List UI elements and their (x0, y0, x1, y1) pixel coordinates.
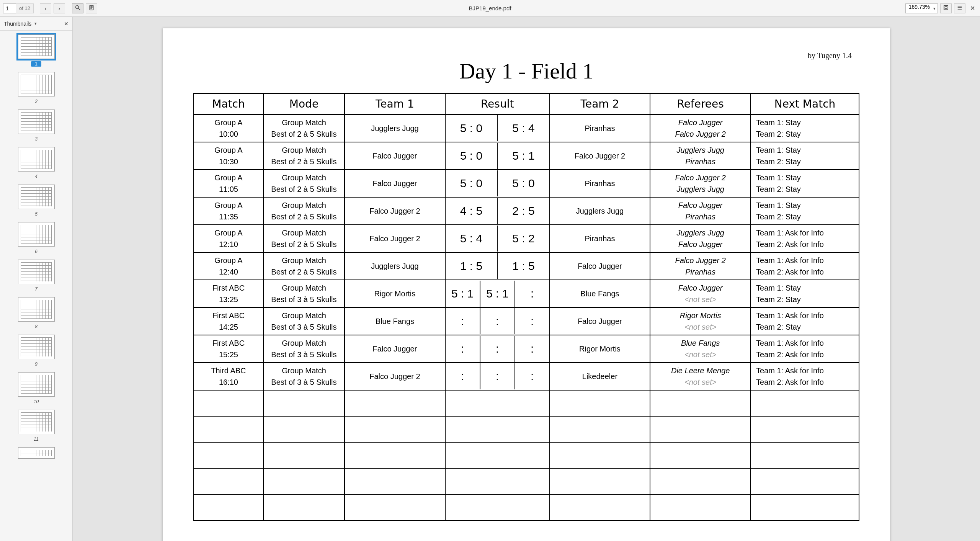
zoom-select[interactable]: 169.73% ▾ (905, 3, 938, 13)
close-button[interactable]: ✕ (968, 5, 977, 12)
referees-cell: Falco JuggerFalco Jugger 2 (651, 115, 750, 141)
referees-cell: Die Leere Menge<not set> (651, 363, 750, 389)
team2-cell: Jugglers Jugg (550, 198, 650, 224)
team1-cell: Blue Fangs (345, 308, 444, 334)
sidebar-label[interactable]: Thumbnails (4, 21, 31, 27)
table-row: Group A12:10Group MatchBest of 2 à 5 Sku… (194, 225, 859, 252)
column-header: Next Match (751, 93, 859, 114)
thumbnail[interactable]: 3 (0, 110, 72, 142)
thumbnail-page-number: 5 (35, 211, 38, 217)
thumbnail[interactable]: 8 (0, 297, 72, 329)
referees-cell: Falco Jugger 2Jugglers Jugg (651, 170, 750, 196)
page-count-label: of 12 (16, 3, 34, 13)
next-match-cell: Team 1: StayTeam 2: Stay (751, 281, 858, 307)
thumbnail-page-number: 3 (35, 136, 38, 142)
table-row-empty (194, 390, 859, 416)
content-area: Thumbnails ▾ ✕ 1 2 3 4 5 6 7 (0, 17, 980, 541)
document-title: BJP19_ende.pdf (469, 5, 511, 11)
thumbnail-image (18, 34, 55, 59)
thumbnail-image (18, 410, 55, 434)
team1-cell: Falco Jugger (345, 170, 444, 196)
column-header: Referees (650, 93, 751, 114)
zoom-value: 169.73% (905, 3, 938, 13)
document-properties-button[interactable] (86, 3, 97, 13)
next-match-cell: Team 1: StayTeam 2: Stay (751, 115, 858, 141)
thumbnail-page-number: 6 (35, 249, 38, 254)
page-viewport[interactable]: by Tugeny 1.4 Day 1 - Field 1 MatchModeT… (73, 17, 980, 541)
thumbnail[interactable]: 9 (0, 335, 72, 367)
team2-cell: Falco Jugger (550, 253, 650, 279)
thumbnail[interactable]: 11 (0, 410, 72, 442)
table-row: Group A10:00Group MatchBest of 2 à 5 Sku… (194, 114, 859, 142)
thumbnail-page-number: 9 (35, 361, 38, 367)
mode-cell: Group MatchBest of 2 à 5 Skulls (264, 226, 344, 252)
table-row-empty (194, 494, 859, 520)
page-number-input[interactable] (3, 3, 16, 13)
svg-line-1 (78, 8, 80, 10)
table-row: Group A11:05Group MatchBest of 2 à 5 Sku… (194, 170, 859, 197)
mode-cell: Group MatchBest of 2 à 5 Skulls (264, 253, 344, 279)
next-page-button[interactable]: › (54, 3, 65, 13)
thumbnail[interactable]: 6 (0, 222, 72, 254)
referees-cell: Falco JuggerPiranhas (651, 198, 750, 224)
thumbnail[interactable]: 7 (0, 260, 72, 292)
next-match-cell: Team 1: Ask for InfoTeam 2: Ask for Info (751, 226, 858, 252)
result-cell: 1 : 51 : 5 (446, 253, 549, 279)
referees-cell: Falco Jugger 2Piranhas (651, 253, 750, 279)
sidebar-close-button[interactable]: ✕ (64, 21, 69, 27)
result-cell: 5 : 45 : 2 (446, 226, 549, 252)
thumbnail[interactable]: 1 (0, 34, 72, 67)
referees-cell: Rigor Mortis<not set> (651, 308, 750, 334)
chevron-down-icon: ▾ (34, 21, 37, 26)
thumbnail-image (18, 335, 55, 359)
close-icon: ✕ (970, 5, 975, 11)
thumbnail[interactable]: 2 (0, 72, 72, 104)
match-cell: Group A11:35 (194, 198, 263, 224)
thumbnail[interactable]: 5 (0, 185, 72, 217)
next-match-cell: Team 1: Ask for InfoTeam 2: Stay (751, 308, 858, 334)
thumbnail-list[interactable]: 1 2 3 4 5 6 7 8 9 10 11 (0, 31, 72, 541)
match-cell: First ABC14:25 (194, 308, 263, 334)
thumbnail-image (18, 372, 55, 397)
menu-button[interactable] (954, 3, 965, 13)
next-match-cell: Team 1: Ask for InfoTeam 2: Ask for Info (751, 253, 858, 279)
table-row: First ABC14:25Group MatchBest of 3 à 5 S… (194, 307, 859, 335)
svg-point-0 (76, 6, 79, 9)
referees-cell: Blue Fangs<not set> (651, 336, 750, 362)
fit-page-button[interactable] (940, 3, 952, 13)
toolbar-left: of 12 ‹ › (3, 3, 97, 13)
column-header: Mode (263, 93, 345, 114)
thumbnail[interactable]: 10 (0, 372, 72, 404)
team1-cell: Falco Jugger (345, 143, 444, 169)
prev-page-button[interactable]: ‹ (40, 3, 51, 13)
thumbnail[interactable] (0, 447, 72, 459)
thumbnail-page-number: 1 (31, 61, 41, 67)
thumbnail-image (18, 72, 55, 96)
next-match-cell: Team 1: StayTeam 2: Stay (751, 170, 858, 196)
search-button[interactable] (72, 3, 83, 13)
thumbnail[interactable]: 4 (0, 147, 72, 179)
column-header: Match (194, 93, 263, 114)
search-icon (75, 5, 81, 12)
thumbnail-page-number: 2 (35, 99, 38, 104)
team1-cell: Falco Jugger (345, 336, 444, 362)
thumbnail-page-number: 4 (35, 174, 38, 179)
table-row: Group A10:30Group MatchBest of 2 à 5 Sku… (194, 142, 859, 170)
table-row: First ABC15:25Group MatchBest of 3 à 5 S… (194, 335, 859, 363)
match-cell: Group A10:00 (194, 115, 263, 141)
pdf-page: by Tugeny 1.4 Day 1 - Field 1 MatchModeT… (163, 28, 890, 541)
svg-rect-7 (945, 7, 947, 8)
chevron-right-icon: › (59, 5, 60, 11)
hamburger-icon (957, 5, 963, 12)
match-cell: Group A12:40 (194, 253, 263, 279)
result-cell: 5 : 05 : 4 (446, 115, 549, 141)
schedule-table: MatchModeTeam 1ResultTeam 2RefereesNext … (193, 93, 859, 521)
team1-cell: Jugglers Jugg (345, 253, 444, 279)
mode-cell: Group MatchBest of 3 à 5 Skulls (264, 308, 344, 334)
referees-cell: Jugglers JuggPiranhas (651, 143, 750, 169)
thumbnail-image (18, 297, 55, 322)
mode-cell: Group MatchBest of 3 à 5 Skulls (264, 281, 344, 307)
team2-cell: Rigor Mortis (550, 336, 650, 362)
team1-cell: Falco Jugger 2 (345, 198, 444, 224)
table-row: Group A11:35Group MatchBest of 2 à 5 Sku… (194, 197, 859, 225)
